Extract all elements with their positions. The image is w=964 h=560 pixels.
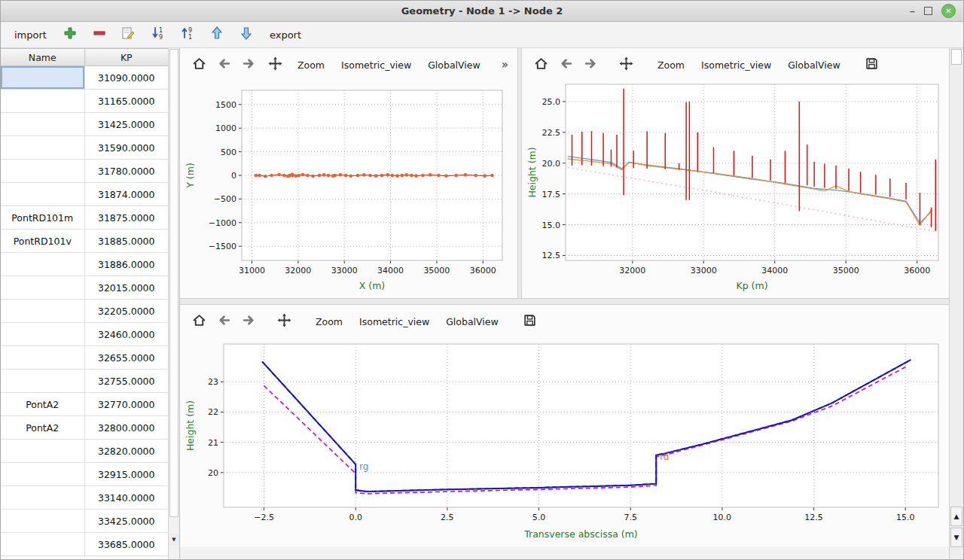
table-row[interactable]: 31590.0000 [1,136,169,160]
global-view-button[interactable]: GlobalView [438,311,506,332]
save-button[interactable] [518,311,541,332]
table-row[interactable]: PontRD101m31875.0000 [1,206,169,230]
cell-kp[interactable]: 31425.0000 [85,113,169,135]
cell-kp[interactable]: 32820.0000 [85,440,169,462]
pan-button[interactable] [615,54,638,75]
table-scrollbar[interactable]: ▼ [168,48,179,560]
cell-name[interactable] [1,90,85,112]
isometric-view-button[interactable]: Isometric_view [352,311,437,332]
remove-row-button[interactable] [90,26,108,44]
cell-name[interactable] [1,113,85,135]
cell-name[interactable]: PontA2 [1,416,85,439]
horizontal-splitter[interactable] [180,298,949,305]
cell-kp[interactable]: 31165.0000 [85,90,169,112]
home-button[interactable] [188,311,211,332]
cell-name[interactable] [1,136,85,159]
back-button[interactable] [554,54,578,75]
window-scrollbar-thumb[interactable] [951,49,962,65]
cell-name[interactable] [1,370,85,392]
table-row[interactable]: 31425.0000 [1,113,169,136]
table-row[interactable]: PontRD101v31885.0000 [1,230,169,253]
window-scrollbar[interactable]: ▲ ▼ [949,48,963,560]
cell-name[interactable] [1,323,85,345]
back-button[interactable] [212,54,236,75]
profile-chart[interactable]: 320003300034000350003600012.515.017.520.… [525,78,946,295]
zoom-button[interactable]: Zoom [650,54,692,75]
cell-kp[interactable]: 33685.0000 [85,533,169,555]
move-down-button[interactable] [237,26,255,44]
home-button[interactable] [188,54,211,75]
cell-kp[interactable]: 31590.0000 [85,136,169,159]
table-row[interactable]: 32015.0000 [1,276,169,300]
cell-kp[interactable]: 32205.0000 [85,300,169,322]
forward-button[interactable] [579,54,602,75]
table-row[interactable]: 32915.0000 [1,463,169,486]
isometric-view-button[interactable]: Isometric_view [694,54,779,75]
cell-kp[interactable]: 31886.0000 [85,253,169,275]
cell-name[interactable] [1,510,85,532]
forward-button[interactable] [237,54,261,75]
table-row[interactable]: 31886.0000 [1,253,169,276]
cell-kp[interactable]: 31780.0000 [85,160,169,182]
scroll-down-button[interactable]: ▼ [950,528,962,547]
cell-kp[interactable]: 31875.0000 [85,206,169,229]
table-row[interactable]: PontA232800.0000 [1,416,169,440]
table-row[interactable]: 33685.0000 [1,533,169,556]
cell-name[interactable] [1,533,85,555]
cell-name[interactable] [1,440,85,462]
import-button[interactable]: import [11,27,50,43]
cell-kp[interactable]: 31874.0000 [85,183,169,205]
cell-kp[interactable]: 31090.0000 [85,66,169,89]
maximize-button[interactable] [924,7,932,15]
zoom-button[interactable]: Zoom [308,311,350,332]
sort-ascending-button[interactable]: 91 [178,26,197,44]
edit-button[interactable] [120,26,138,44]
table-row[interactable]: 33425.0000 [1,510,169,533]
zoom-button[interactable]: Zoom [290,54,332,75]
move-up-button[interactable] [208,26,226,44]
table-scrollbar-thumb[interactable] [169,49,178,517]
cell-name[interactable] [1,486,85,509]
table-row[interactable]: 31090.0000 [1,66,169,90]
table-row[interactable]: 31165.0000 [1,90,169,113]
cell-kp[interactable]: 31885.0000 [85,230,169,252]
cell-kp[interactable]: 32460.0000 [85,323,169,345]
forward-button[interactable] [237,311,261,332]
cell-name[interactable] [1,183,85,205]
table-row[interactable]: 32655.0000 [1,346,169,370]
table-row[interactable]: 31874.0000 [1,183,169,206]
home-button[interactable] [529,54,553,75]
cross-section-chart[interactable]: Previous cross-sectionCross-sectionNext … [183,335,946,543]
export-button[interactable]: export [267,27,304,43]
cell-name[interactable]: PontA2 [1,393,85,415]
table-row[interactable]: 32820.0000 [1,440,169,463]
table-row[interactable]: 32460.0000 [1,323,169,346]
cell-kp[interactable]: 33140.0000 [85,486,169,509]
cell-kp[interactable]: 32800.0000 [85,416,169,439]
cell-kp[interactable]: 32655.0000 [85,346,169,369]
table-row[interactable]: 32755.0000 [1,370,169,393]
cell-kp[interactable]: 33425.0000 [85,510,169,532]
cell-name[interactable]: PontRD101v [1,230,85,252]
cell-kp[interactable]: 32770.0000 [85,393,169,415]
scroll-up-button[interactable]: ▲ [950,507,962,526]
back-button[interactable] [212,311,236,332]
cell-kp[interactable]: 32755.0000 [85,370,169,392]
close-button[interactable]: ✕ [941,4,956,18]
global-view-button[interactable]: GlobalView [420,54,488,75]
table-row[interactable]: 31780.0000 [1,160,169,183]
save-button[interactable] [860,54,883,75]
cell-kp[interactable]: 32015.0000 [85,276,169,299]
pan-button[interactable] [273,311,296,332]
table-row[interactable]: PontA232770.0000 [1,393,169,416]
cell-name[interactable]: PontRD101m [1,206,85,229]
global-view-button[interactable]: GlobalView [780,54,848,75]
cell-name[interactable] [1,463,85,485]
minimize-button[interactable]: – [910,8,916,15]
column-header-kp[interactable]: KP [85,48,169,66]
add-row-button[interactable] [61,26,79,44]
table-scroll-down-button[interactable]: ▼ [169,534,179,546]
table-row[interactable]: 33140.0000 [1,486,169,510]
cell-name[interactable] [1,276,85,299]
cell-name[interactable] [1,346,85,369]
